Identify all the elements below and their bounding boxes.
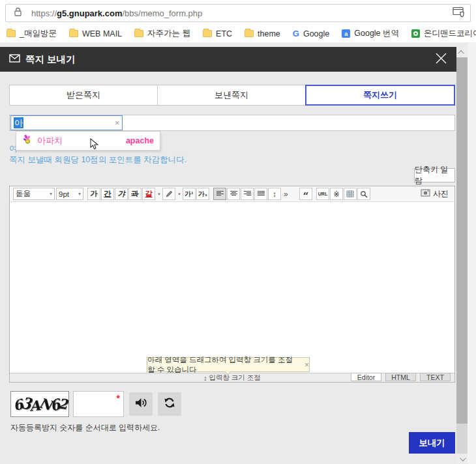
editor-mode-tabs: Editor HTML TEXT xyxy=(351,373,451,381)
special-char-button[interactable]: ※ xyxy=(330,188,343,200)
highlight-dropdown-icon[interactable]: ▾ xyxy=(177,192,182,197)
recipient-name-input[interactable]: 아 × xyxy=(10,115,123,130)
selected-input-text: 아 xyxy=(14,117,23,128)
font-size-select[interactable]: 9pt▾ xyxy=(56,188,83,200)
autocomplete-nickname: 아파치 xyxy=(37,135,63,147)
bookmark-folder-item[interactable]: WEB MAIL xyxy=(69,29,122,38)
insert-photo-button[interactable]: 사진 xyxy=(421,188,451,199)
page-gutter xyxy=(468,43,476,464)
line-height-button[interactable]: ↕ xyxy=(268,188,281,200)
autocomplete-member-id: apache xyxy=(126,136,154,145)
mode-tab-html[interactable]: HTML xyxy=(385,373,416,381)
tab-received-memo[interactable]: 받은쪽지 xyxy=(9,85,158,106)
find-button[interactable] xyxy=(357,188,370,200)
bookmarks-bar: _매일방문 WEB MAIL 자주가는 웹 ETC theme GGoogle … xyxy=(0,25,476,43)
font-family-select[interactable]: 돋움▾ xyxy=(13,188,55,200)
address-bar[interactable]: https://g5.gnupark.com/bbs/memo_form.php xyxy=(5,4,471,22)
bookmark-folder-item[interactable]: 자주가는 웹 xyxy=(134,28,190,39)
align-right-icon xyxy=(244,191,251,197)
font-color-dropdown-icon[interactable]: ▾ xyxy=(156,192,162,197)
bookmark-google[interactable]: GGoogle xyxy=(293,29,329,38)
speaker-icon xyxy=(134,397,147,411)
insert-url-button[interactable]: URL xyxy=(316,188,329,200)
font-color-button[interactable]: 갈 xyxy=(142,188,155,200)
highlight-pen-button[interactable] xyxy=(162,188,175,200)
ondemand-korea-icon xyxy=(411,29,420,38)
resize-label: 입력창 크기 조절 xyxy=(209,373,260,383)
autocomplete-dropdown[interactable]: 아파치 apache xyxy=(16,131,160,151)
captcha-code: 63AN62 xyxy=(13,396,67,413)
memo-modal-header: 쪽지 보내기 xyxy=(0,47,456,72)
required-asterisk: * xyxy=(117,393,120,403)
clear-input-icon[interactable]: × xyxy=(115,119,119,127)
scroll-down-button[interactable] xyxy=(456,454,468,464)
message-body-area[interactable] xyxy=(10,202,454,373)
captcha-input[interactable]: * xyxy=(73,391,124,417)
send-button[interactable]: 보내기 xyxy=(409,432,455,454)
photo-icon xyxy=(421,189,430,199)
modal-title: 쪽지 보내기 xyxy=(25,53,76,66)
scrollbar-thumb[interactable] xyxy=(456,57,468,424)
more-tools-button[interactable]: » xyxy=(284,190,294,199)
points-notice: 쪽지 보낼때 회원당 10점의 포인트를 차감합니다. xyxy=(9,154,186,166)
strikethrough-button[interactable]: 과 xyxy=(128,188,141,200)
folder-icon xyxy=(245,30,254,37)
chevron-down-icon: ▾ xyxy=(78,191,81,197)
mode-tab-editor[interactable]: Editor xyxy=(351,373,381,381)
captcha-audio-button[interactable] xyxy=(129,392,153,416)
insert-table-button[interactable] xyxy=(344,188,357,200)
captcha-image: 63AN62 xyxy=(10,391,69,417)
editor-toolbar: 돋움▾ 9pt▾ 가 간 갸 과 갈 ▾ ▾ 가¹ 가₁ ↕ » “ URL ※ xyxy=(10,186,454,202)
url-domain: g5.gnupark.com xyxy=(57,8,122,18)
member-fairy-icon xyxy=(22,134,33,147)
scroll-up-button[interactable] xyxy=(456,47,468,57)
bookmark-folder-item[interactable]: theme xyxy=(245,29,280,38)
memo-tabs: 받은쪽지 보낸쪽지 쪽지쓰기 xyxy=(9,85,455,106)
reading-view-icon[interactable] xyxy=(453,7,465,20)
shortcut-list-button[interactable]: 단축키 일람 xyxy=(414,168,455,182)
underline-button[interactable]: 간 xyxy=(101,188,114,200)
align-left-button[interactable] xyxy=(213,188,226,200)
lock-icon xyxy=(14,7,22,20)
refresh-icon xyxy=(164,397,175,411)
chevron-down-icon: ▾ xyxy=(50,191,52,197)
align-justify-icon xyxy=(258,191,265,197)
mode-tab-text[interactable]: TEXT xyxy=(420,373,451,381)
folder-icon xyxy=(203,30,212,37)
resize-arrow-icon: ↕ xyxy=(203,374,207,382)
google-icon: G xyxy=(293,29,299,38)
vertical-scrollbar[interactable] xyxy=(456,47,468,464)
url-path: /bbs/memo_form.php xyxy=(122,8,202,18)
mouse-cursor xyxy=(90,138,99,152)
resize-tooltip: 아래 영역을 드래그하여 입력창 크기를 조절할 수 있습니다 × xyxy=(147,357,310,372)
bookmark-ondemand-korea[interactable]: 온디맨드코리아 xyxy=(411,28,476,39)
message-editor: 돋움▾ 9pt▾ 가 간 갸 과 갈 ▾ ▾ 가¹ 가₁ ↕ » “ URL ※ xyxy=(9,186,455,383)
google-translate-icon: a xyxy=(342,29,350,38)
align-center-button[interactable] xyxy=(227,188,240,200)
tab-sent-memo[interactable]: 보낸쪽지 xyxy=(157,85,306,106)
italic-button[interactable]: 갸 xyxy=(115,188,128,200)
captcha-help-text: 자동등록방지 숫자를 순서대로 입력하세요. xyxy=(10,422,160,433)
align-justify-button[interactable] xyxy=(254,188,267,200)
align-center-icon xyxy=(230,191,237,197)
align-left-icon xyxy=(216,191,224,197)
tooltip-text: 아래 영역을 드래그하여 입력창 크기를 조절할 수 있습니다 xyxy=(147,355,299,375)
align-right-button[interactable] xyxy=(241,188,254,200)
folder-icon xyxy=(134,30,143,37)
bookmark-google-translate[interactable]: aGoogle 번역 xyxy=(342,28,399,39)
bold-button[interactable]: 가 xyxy=(87,188,100,200)
bookmark-folder-item[interactable]: ETC xyxy=(203,29,232,38)
captcha-refresh-button[interactable] xyxy=(158,392,181,416)
tooltip-close-icon[interactable]: × xyxy=(305,360,309,370)
bookmark-folder-item[interactable]: _매일방문 xyxy=(7,28,57,39)
url-text[interactable]: https://g5.gnupark.com/bbs/memo_form.php xyxy=(31,8,453,18)
close-icon[interactable] xyxy=(435,52,447,67)
envelope-icon xyxy=(9,53,20,65)
tab-write-memo[interactable]: 쪽지쓰기 xyxy=(305,85,455,106)
subscript-button[interactable]: 가₁ xyxy=(196,188,209,200)
chevron-down-icon xyxy=(460,455,466,461)
chevron-up-icon xyxy=(458,50,464,56)
blockquote-button[interactable]: “ xyxy=(299,188,312,200)
folder-icon xyxy=(69,30,78,37)
superscript-button[interactable]: 가¹ xyxy=(183,188,196,200)
